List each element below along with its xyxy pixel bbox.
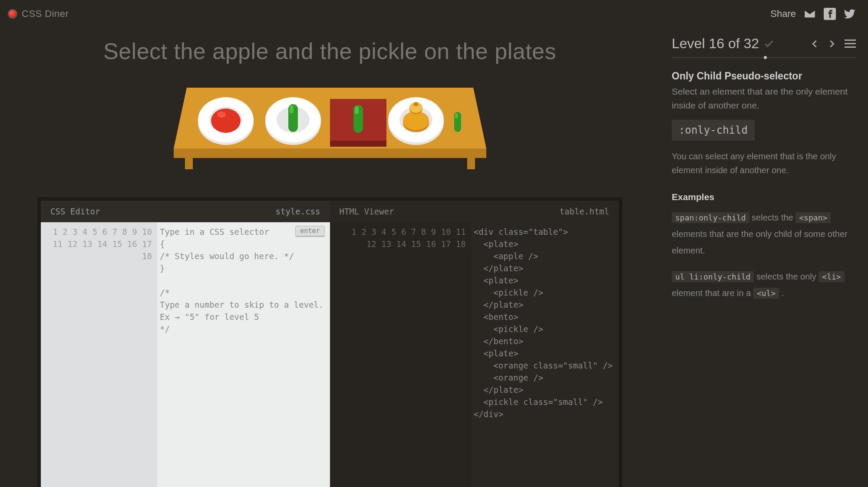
html-viewer-filename: table.html <box>560 207 609 216</box>
logo-icon <box>8 9 17 19</box>
facebook-icon[interactable] <box>824 8 836 20</box>
level-progress <box>672 57 856 58</box>
next-level-icon[interactable] <box>827 39 837 49</box>
css-editor-title: CSS Editor <box>50 207 100 216</box>
selector-subtitle: Select an element that are the only elem… <box>672 85 856 112</box>
examples-list: span:only-child selects the <span> eleme… <box>672 209 856 301</box>
svg-point-9 <box>217 112 226 118</box>
html-code-area: <div class="table"> <plate> <apple /> </… <box>471 222 619 487</box>
svg-rect-4 <box>467 158 475 169</box>
css-editor-filename: style.css <box>276 207 320 216</box>
html-line-gutter: 1 2 3 4 5 6 7 8 9 10 11 12 13 14 15 16 1… <box>330 222 471 487</box>
html-viewer-title: HTML Viewer <box>340 207 394 216</box>
selector-title: Only Child Pseudo-selector <box>672 70 856 82</box>
svg-rect-28 <box>455 113 458 118</box>
email-icon[interactable] <box>804 8 816 20</box>
instruction-text: Select the apple and the pickle on the p… <box>0 26 660 75</box>
css-line-gutter: 1 2 3 4 5 6 7 8 9 10 11 12 13 14 15 16 1… <box>41 222 157 487</box>
examples-heading: Examples <box>672 192 856 202</box>
svg-rect-2 <box>174 148 486 158</box>
check-icon <box>763 38 775 49</box>
logo[interactable]: CSS Diner <box>8 8 69 20</box>
share-label: Share <box>770 8 796 20</box>
help-sidebar: Level 16 of 32 Only Child Pseudo-selecto… <box>660 26 868 487</box>
enter-button[interactable]: enter <box>295 226 324 237</box>
selector-description: You can select any element that is the o… <box>672 149 856 177</box>
svg-point-8 <box>211 109 241 133</box>
svg-rect-3 <box>185 158 193 169</box>
example-item: ul li:only-child selects the only <li> e… <box>672 268 856 301</box>
game-table <box>0 75 660 188</box>
app-name: CSS Diner <box>22 8 69 20</box>
twitter-icon[interactable] <box>844 8 856 20</box>
share-group: Share <box>770 8 856 20</box>
svg-point-26 <box>413 102 419 106</box>
menu-icon[interactable] <box>845 39 856 48</box>
example-item: span:only-child selects the <span> eleme… <box>672 209 856 259</box>
svg-rect-14 <box>290 105 294 113</box>
prev-level-icon[interactable] <box>810 39 819 49</box>
svg-rect-18 <box>355 106 359 114</box>
css-code-area[interactable]: Type in a CSS selector { /* Styles would… <box>157 222 330 487</box>
css-editor: CSS Editor style.css 1 2 3 4 5 6 7 8 9 1… <box>41 201 330 487</box>
html-viewer: HTML Viewer table.html 1 2 3 4 5 6 7 8 9… <box>330 201 619 487</box>
level-indicator: Level 16 of 32 <box>672 36 759 52</box>
svg-rect-16 <box>330 141 386 147</box>
selector-syntax: :only-child <box>672 120 755 141</box>
